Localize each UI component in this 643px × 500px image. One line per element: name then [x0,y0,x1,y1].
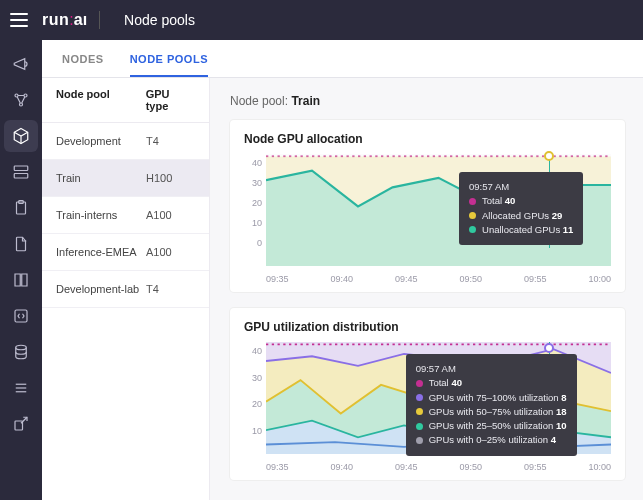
axis-tick: 30 [244,373,262,383]
axis-tick: 10 [244,426,262,436]
logo-text-ai: aı [74,11,100,29]
pool-row-inference-emea[interactable]: Inference-EMEAA100 [42,234,209,271]
pool-list-header: Node pool GPU type [42,78,209,123]
axis-tick: 09:45 [395,462,418,472]
rail-item-code[interactable] [4,300,38,332]
logo-text-run: run [42,11,69,29]
pool-name: Development [56,135,146,147]
rail-item-file[interactable] [4,228,38,260]
axis-tick: 09:40 [330,462,353,472]
tooltip-row: GPUs with 75–100% utilization 8 [416,391,567,405]
nav-rail [0,40,42,500]
chart-card-utilization: GPU utilization distribution 40302010 [230,308,625,480]
rail-item-storage[interactable] [4,156,38,188]
pool-gpu: T4 [146,135,159,147]
chart-utilization[interactable]: 40302010 [244,342,611,472]
tooltip-row: Total 40 [416,376,567,390]
axis-tick: 20 [244,399,262,409]
svg-point-8 [16,345,27,350]
svg-rect-3 [14,166,28,171]
pool-row-development[interactable]: DevelopmentT4 [42,123,209,160]
tooltip-row: GPUs with 50–75% utilization 18 [416,405,567,419]
rail-item-workflows[interactable] [4,84,38,116]
axis-tick: 20 [244,198,262,208]
axis-tick: 10:00 [588,462,611,472]
axis-tick: 09:55 [524,462,547,472]
chart2-tooltip: 09:57 AMTotal 40GPUs with 75–100% utiliz… [406,354,577,456]
axis-tick: 30 [244,178,262,188]
rail-item-database[interactable] [4,336,38,368]
tooltip-row: Total 40 [469,194,573,208]
pool-name: Train-interns [56,209,146,221]
axis-tick: 09:40 [330,274,353,284]
axis-tick: 10 [244,218,262,228]
tooltip-time: 09:57 AM [469,180,573,194]
chart1-marker-total [544,151,554,161]
svg-point-0 [15,94,18,97]
col-header-pool: Node pool [56,88,146,112]
tooltip-row: Unallocated GPUs 11 [469,223,573,237]
axis-tick: 09:55 [524,274,547,284]
pool-name: Inference-EMEA [56,246,146,258]
axis-tick: 40 [244,158,262,168]
pool-name: Development-lab [56,283,146,295]
tab-node-pools[interactable]: NODE POOLS [130,41,208,77]
rail-item-clipboard[interactable] [4,192,38,224]
pool-name: Train [56,172,146,184]
rail-item-export[interactable] [4,408,38,440]
axis-tick: 09:35 [266,274,289,284]
pool-gpu: H100 [146,172,172,184]
axis-tick: 09:50 [459,274,482,284]
pool-list: Node pool GPU type DevelopmentT4TrainH10… [42,78,210,500]
chart1-tooltip: 09:57 AMTotal 40Allocated GPUs 29Unalloc… [459,172,583,245]
pool-gpu: T4 [146,283,159,295]
chart-title-utilization: GPU utilization distribution [244,320,611,334]
logo[interactable]: run: aı [42,11,100,29]
axis-tick: 09:35 [266,462,289,472]
detail-title-name: Train [291,94,320,108]
pool-gpu: A100 [146,246,172,258]
rail-item-book[interactable] [4,264,38,296]
rail-item-box[interactable] [4,120,38,152]
detail-panel: Node pool: Train Node GPU allocation 403… [210,78,643,500]
svg-rect-4 [14,174,28,179]
main-panel: NODESNODE POOLS Node pool GPU type Devel… [42,40,643,500]
rail-item-announce[interactable] [4,48,38,80]
axis-tick: 09:45 [395,274,418,284]
axis-tick: 0 [244,238,262,248]
menu-icon[interactable] [10,9,32,31]
top-bar: run: aı Node pools [0,0,643,40]
svg-point-1 [24,94,27,97]
tooltip-row: Allocated GPUs 29 [469,209,573,223]
svg-point-2 [20,103,23,106]
detail-title-prefix: Node pool: [230,94,291,108]
axis-tick: 10:00 [588,274,611,284]
pool-row-train-interns[interactable]: Train-internsA100 [42,197,209,234]
chart2-marker-1 [544,343,554,353]
axis-tick: 40 [244,346,262,356]
detail-title: Node pool: Train [230,94,643,108]
axis-tick: 09:50 [459,462,482,472]
chart-allocation[interactable]: 403020100 [244,154,611,284]
tooltip-time: 09:57 AM [416,362,567,376]
chart-title-allocation: Node GPU allocation [244,132,611,146]
pool-gpu: A100 [146,209,172,221]
tab-nodes[interactable]: NODES [62,41,104,77]
pool-row-train[interactable]: TrainH100 [42,160,209,197]
page-title: Node pools [124,12,195,28]
rail-item-list[interactable] [4,372,38,404]
chart-card-allocation: Node GPU allocation 403020100 [230,120,625,292]
pool-row-development-lab[interactable]: Development-labT4 [42,271,209,308]
tooltip-row: GPUs with 25–50% utilization 10 [416,419,567,433]
tabs: NODESNODE POOLS [42,40,643,78]
tooltip-row: GPUs with 0–25% utilization 4 [416,433,567,447]
col-header-gpu: GPU type [146,88,195,112]
svg-rect-7 [15,310,27,322]
